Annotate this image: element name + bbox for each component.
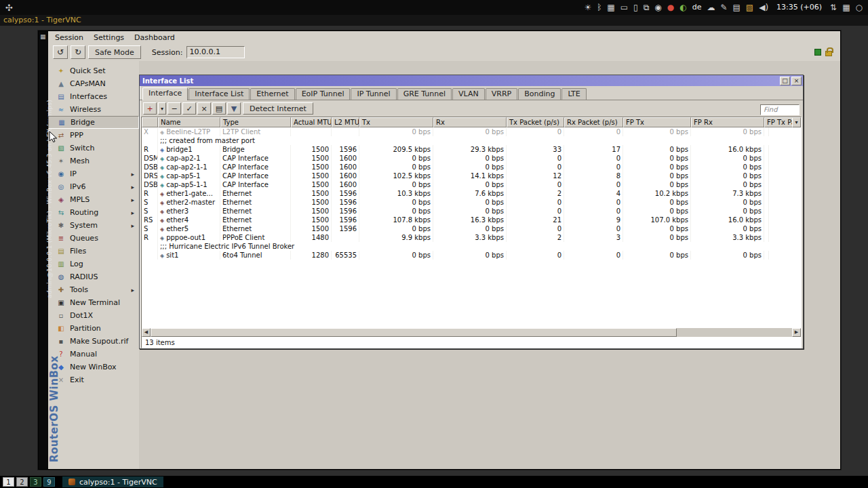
tab-ethernet[interactable]: Ethernet xyxy=(250,88,294,100)
add-button[interactable]: + xyxy=(143,102,157,115)
lightbulb-icon[interactable]: ☀ xyxy=(584,0,591,15)
sidebar-item-queues[interactable]: ≣Queues xyxy=(48,232,139,245)
table-row[interactable]: X◈Beeline-L2TPL2TP Client0 bps0 bps000 b… xyxy=(142,127,801,136)
scroll-right-button[interactable]: ▶ xyxy=(792,328,801,337)
sidebar-item-exit[interactable]: ×Exit xyxy=(48,373,139,386)
scroll-left-button[interactable]: ◀ xyxy=(142,328,151,337)
workspace-button-3[interactable]: 3 xyxy=(30,477,41,487)
column-header-tx[interactable]: Tx xyxy=(359,117,433,127)
winbox-vertical-titlebar[interactable]: ▦ admin@10.0.0.1 (MikroTik) - WinBox v6.… xyxy=(39,31,48,469)
column-header-fp-rx[interactable]: FP Rx xyxy=(691,117,764,127)
sidebar-item-ipv6[interactable]: ◎IPv6▸ xyxy=(48,180,139,193)
scroll-track[interactable] xyxy=(151,328,792,337)
close-button[interactable]: × xyxy=(791,77,802,85)
monitor-icon[interactable]: ▭ xyxy=(620,0,628,15)
sidebar-item-new-winbox[interactable]: ◆New WinBox xyxy=(48,361,139,373)
tab-interface-list[interactable]: Interface List xyxy=(189,88,250,100)
bluetooth-icon[interactable]: ᛒ xyxy=(597,0,601,15)
clock-label[interactable]: 13:35 (+06) xyxy=(774,0,825,15)
tab-eoip-tunnel[interactable]: EoIP Tunnel xyxy=(296,88,351,100)
power-icon[interactable]: ○ xyxy=(856,0,863,15)
sidebar-item-switch[interactable]: ▧Switch xyxy=(48,142,139,155)
table-row[interactable]: R◈bridge1Bridge15001596209.5 kbps29.3 kb… xyxy=(142,145,801,154)
sidebar-item-manual[interactable]: ?Manual xyxy=(48,348,139,361)
sidebar-item-dot1x[interactable]: ▫Dot1X xyxy=(48,309,139,322)
table-row[interactable]: R◈ether1-gate...Ethernet1500159610.3 kbp… xyxy=(142,189,801,198)
battery-icon[interactable]: ▯ xyxy=(633,0,638,15)
sidebar-item-system[interactable]: ✱System▸ xyxy=(48,219,139,232)
taskbar-window-button[interactable]: calypso:1 - TigerVNC xyxy=(62,476,163,487)
column-header-rx[interactable]: Rx xyxy=(433,117,507,127)
column-header-type[interactable]: Type xyxy=(220,117,291,127)
sidebar-item-tools[interactable]: ✚Tools▸ xyxy=(48,283,139,296)
column-header-tx-packet-p-s[interactable]: Tx Packet (p/s) xyxy=(507,117,564,127)
comment-button[interactable]: ▤ xyxy=(212,102,226,115)
network-icon[interactable]: ☁ xyxy=(707,0,715,15)
tab-gre-tunnel[interactable]: GRE Tunnel xyxy=(397,88,452,100)
keyboard-layout-indicator[interactable]: de xyxy=(692,0,702,15)
display-icon[interactable]: ▦ xyxy=(607,0,614,15)
sidebar-item-interfaces[interactable]: ▤Interfaces xyxy=(48,90,139,103)
sidebar-item-mesh[interactable]: ✶Mesh xyxy=(48,155,139,167)
sidebar-item-log[interactable]: ▥Log xyxy=(48,258,139,270)
table-row[interactable]: DSM◈cap-ap2-1CAP Interface150016000 bps0… xyxy=(142,154,801,163)
menu-settings[interactable]: Settings xyxy=(94,33,124,43)
workspace-button-2[interactable]: 2 xyxy=(16,477,28,487)
session-value-field[interactable]: 10.0.0.1 xyxy=(186,46,245,58)
redo-button[interactable]: ↻ xyxy=(71,45,85,59)
table-row[interactable]: DSB◈cap-ap5-1-1CAP Interface150016000 bp… xyxy=(142,180,801,189)
sidebar-item-wireless[interactable]: ≈Wireless xyxy=(48,103,139,116)
sidebar-item-quick-set[interactable]: ✦Quick Set xyxy=(48,64,139,77)
table-row[interactable]: ◈sit16to4 Tunnel1280655350 bps0 bps000 b… xyxy=(142,251,801,260)
tab-ip-tunnel[interactable]: IP Tunnel xyxy=(351,88,396,100)
sidebar-item-files[interactable]: ▤Files xyxy=(48,245,139,258)
column-header-name[interactable]: Name xyxy=(158,117,220,127)
safe-mode-button[interactable]: Safe Mode xyxy=(88,45,141,59)
menu-dashboard[interactable]: Dashboard xyxy=(134,33,175,43)
comment-row[interactable]: ;;; created from master port xyxy=(142,136,801,145)
tab-lte[interactable]: LTE xyxy=(561,88,586,100)
comment-row[interactable]: ;;; Hurricane Electric IPv6 Tunnel Broke… xyxy=(142,242,801,251)
color-profile-icon[interactable]: ◐ xyxy=(679,0,686,15)
column-header-actual-mtu[interactable]: Actual MTU xyxy=(291,117,332,127)
column-header-fp-tx[interactable]: FP Tx xyxy=(623,117,691,127)
sidebar-item-partition[interactable]: ◧Partition xyxy=(48,322,139,335)
sidebar-item-new-terminal[interactable]: ▣New Terminal xyxy=(48,296,139,309)
updates-icon[interactable]: ⇅ xyxy=(830,0,837,15)
enable-button[interactable]: ✓ xyxy=(182,102,196,115)
table-row[interactable]: S◈ether5Ethernet150015960 bps0 bps000 bp… xyxy=(142,224,801,233)
maximize-button[interactable]: □ xyxy=(780,77,790,85)
workspace-button-9[interactable]: 9 xyxy=(43,477,55,487)
sidebar-item-mpls[interactable]: ◈MPLS▸ xyxy=(48,193,139,206)
tab-bonding[interactable]: Bonding xyxy=(518,88,561,100)
sidebar-item-ip[interactable]: ◉IP▸ xyxy=(48,167,139,180)
sidebar-item-capsman[interactable]: ▲CAPsMAN xyxy=(48,77,139,90)
sidebar-item-bridge[interactable]: ▦Bridge xyxy=(48,116,139,129)
clipboard-icon[interactable]: ▤ xyxy=(733,0,741,15)
sidebar-item-radius[interactable]: ◍RADIUS xyxy=(48,270,139,283)
add-dropdown-button[interactable]: ▾ xyxy=(158,102,166,115)
webcam-icon[interactable]: ◉ xyxy=(654,0,661,15)
disable-button[interactable]: × xyxy=(197,102,211,115)
record-icon[interactable]: ● xyxy=(667,0,674,15)
scroll-thumb[interactable] xyxy=(151,328,677,337)
undo-button[interactable]: ↺ xyxy=(53,45,68,59)
sidebar-item-make-supout-rif[interactable]: ▪Make Supout.rif xyxy=(48,335,139,348)
table-row[interactable]: DSB◈cap-ap2-1-1CAP Interface150016000 bp… xyxy=(142,163,801,171)
column-picker-button[interactable]: ▾ xyxy=(792,117,801,127)
vnc-window-titlebar[interactable]: calypso:1 - TigerVNC xyxy=(0,15,868,26)
detect-internet-button[interactable]: Detect Internet xyxy=(243,102,313,115)
folder-icon[interactable]: ▧ xyxy=(746,0,753,15)
column-header-rx-packet-p-s[interactable]: Rx Packet (p/s) xyxy=(564,117,623,127)
table-row[interactable]: R◈pppoe-out1PPPoE Client14809.9 kbps3.3 … xyxy=(142,233,801,242)
table-row[interactable]: S◈ether3Ethernet150015960 bps0 bps000 bp… xyxy=(142,207,801,216)
table-row[interactable]: S◈ether2-masterEthernet150015960 bps0 bp… xyxy=(142,198,801,207)
volume-icon[interactable]: ◀) xyxy=(759,0,768,15)
sidebar-item-ppp[interactable]: ⇄PPP xyxy=(48,129,139,142)
workspace-button-1[interactable]: 1 xyxy=(3,477,14,487)
table-row[interactable]: RS◈ether4Ethernet15001596107.8 kbps16.3 … xyxy=(142,216,801,224)
tab-vlan[interactable]: VLAN xyxy=(452,88,485,100)
tab-interface[interactable]: Interface xyxy=(142,87,188,100)
screenshot-icon[interactable]: ⧉ xyxy=(644,0,650,15)
sidebar-item-routing[interactable]: ⇆Routing▸ xyxy=(48,206,139,219)
